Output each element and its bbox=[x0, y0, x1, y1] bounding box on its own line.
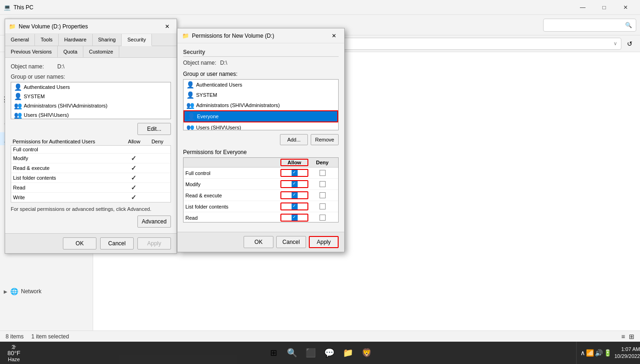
status-left: 8 items 1 item selected bbox=[6, 333, 69, 340]
readexecute-allow-checkbox[interactable] bbox=[292, 192, 298, 198]
properties-close-button[interactable]: ✕ bbox=[162, 21, 173, 32]
user-item-authenticated[interactable]: 👤 Authenticated Users bbox=[11, 82, 170, 92]
listfolder-deny-cb[interactable] bbox=[308, 203, 336, 209]
modify-allow-checkbox[interactable] bbox=[292, 181, 298, 187]
readexecute-deny-checkbox[interactable] bbox=[320, 192, 326, 198]
permissions-users-list[interactable]: 👤 Authenticated Users 👤 SYSTEM 👥 Adminis… bbox=[183, 79, 339, 130]
tab-customize[interactable]: Customize bbox=[83, 46, 119, 57]
tab-hardware[interactable]: Hardware bbox=[59, 34, 93, 46]
grid-view-icon[interactable]: ⊞ bbox=[629, 333, 634, 340]
tab-sharing[interactable]: Sharing bbox=[93, 34, 122, 46]
close-button[interactable]: ✕ bbox=[615, 0, 636, 15]
brave-button[interactable]: 🦁 bbox=[358, 344, 375, 361]
minimize-button[interactable]: — bbox=[572, 0, 593, 15]
modify-deny-cb[interactable] bbox=[308, 181, 336, 187]
tab-previous-versions[interactable]: Previous Versions bbox=[5, 46, 58, 57]
user-item-system[interactable]: 👤 SYSTEM bbox=[11, 92, 170, 101]
status-bar: 8 items 1 item selected ≡ ⊞ bbox=[0, 330, 640, 342]
perm-user-system[interactable]: 👤 SYSTEM bbox=[184, 90, 338, 100]
permissions-dialog-title: Permissions for New Volume (D:) bbox=[192, 33, 274, 39]
listfolder-deny-checkbox[interactable] bbox=[320, 203, 326, 209]
properties-tabs-2: Previous Versions Quota Customize bbox=[5, 46, 177, 58]
explorer-taskbar-button[interactable]: 📁 bbox=[340, 344, 356, 361]
fullcontrol-deny-cb[interactable] bbox=[308, 170, 336, 176]
item-count: 8 items bbox=[6, 333, 24, 340]
read-deny-checkbox[interactable] bbox=[320, 215, 326, 221]
weather-icon: 🌫 bbox=[11, 344, 16, 350]
search-taskbar-button[interactable]: 🔍 bbox=[284, 344, 300, 361]
perm-row-read: Read ✓ bbox=[11, 183, 170, 193]
tray-icons: ∧ 📶 🔊 🔋 bbox=[580, 349, 612, 357]
tab-security[interactable]: Security bbox=[122, 34, 152, 46]
modify-allow-cb[interactable] bbox=[280, 180, 308, 188]
weather-temp: 80°F bbox=[7, 350, 20, 357]
perm-row-listfolder: List folder contents ✓ bbox=[11, 173, 170, 183]
maximize-button[interactable]: □ bbox=[593, 0, 615, 15]
user-icon: 👥 bbox=[186, 101, 194, 109]
weather-widget[interactable]: 🌫 80°F Haze bbox=[4, 344, 24, 362]
perm-user-users[interactable]: 👥 Users (SHIV\Users) bbox=[184, 122, 338, 130]
tab-general[interactable]: General bbox=[5, 34, 35, 46]
users-list[interactable]: 👤 Authenticated Users 👤 SYSTEM 👥 Adminis… bbox=[11, 82, 171, 119]
search-box[interactable]: 🔍 bbox=[543, 19, 636, 32]
user-icon: 👤 bbox=[187, 113, 195, 120]
fullcontrol-allow-checkbox[interactable] bbox=[292, 170, 298, 176]
read-allow-checkbox[interactable] bbox=[292, 215, 298, 221]
big-perm-read: Read bbox=[184, 212, 338, 222]
fullcontrol-deny-checkbox[interactable] bbox=[320, 170, 326, 176]
modify-deny-checkbox[interactable] bbox=[320, 181, 326, 187]
battery-icon[interactable]: 🔋 bbox=[604, 349, 612, 357]
permissions-apply-button[interactable]: Apply bbox=[309, 236, 339, 248]
ok-button[interactable]: OK bbox=[63, 237, 96, 249]
volume-icon[interactable]: 🔊 bbox=[595, 349, 603, 357]
clock-time: 1:07 AM bbox=[621, 346, 640, 353]
perm-user-authenticated[interactable]: 👤 Authenticated Users bbox=[184, 80, 338, 90]
apply-button[interactable]: Apply bbox=[137, 237, 171, 249]
add-button[interactable]: Add... bbox=[280, 134, 308, 145]
title-bar: 💻 This PC — □ ✕ bbox=[0, 0, 640, 15]
clock[interactable]: 1:07 AM 10/29/2022 bbox=[614, 346, 640, 360]
permissions-title-bar: 📁 Permissions for New Volume (D:) ✕ bbox=[177, 28, 344, 43]
fullcontrol-allow-cb[interactable] bbox=[280, 169, 308, 177]
permissions-cancel-button[interactable]: Cancel bbox=[276, 236, 306, 248]
tab-quota[interactable]: Quota bbox=[58, 46, 83, 57]
taskbar: 🌫 80°F Haze ⊞ 🔍 ⬛ 💬 📁 🦁 ∧ 📶 🔊 🔋 1:07 AM … bbox=[0, 342, 640, 364]
user-icon: 👥 bbox=[14, 102, 22, 109]
user-icon: 👥 bbox=[186, 124, 194, 130]
readexecute-deny-cb[interactable] bbox=[308, 192, 336, 198]
listfolder-allow-cb[interactable] bbox=[280, 202, 308, 210]
remove-button[interactable]: Remove bbox=[311, 134, 339, 145]
user-item-admins[interactable]: 👥 Administrators (SHIV\Administrators) bbox=[11, 101, 170, 110]
read-deny-cb[interactable] bbox=[308, 215, 336, 221]
refresh-button[interactable]: ↺ bbox=[623, 37, 636, 50]
start-button[interactable]: ⊞ bbox=[265, 344, 282, 361]
sidebar-item-network[interactable]: ▶ 🌐 Network bbox=[0, 285, 93, 298]
read-allow-cb[interactable] bbox=[280, 214, 308, 222]
list-view-icon[interactable]: ≡ bbox=[621, 333, 625, 340]
user-icon: 👥 bbox=[14, 111, 22, 119]
allow-header: Allow bbox=[280, 159, 308, 166]
toolbar-right: 🔍 bbox=[543, 19, 636, 32]
perm-user-admins[interactable]: 👥 Administrators (SHIV\Administrators) bbox=[184, 100, 338, 110]
show-hidden-icon[interactable]: ∧ bbox=[580, 349, 585, 357]
cancel-button[interactable]: Cancel bbox=[100, 237, 134, 249]
network-icon: 🌐 bbox=[10, 288, 18, 295]
taskview-button[interactable]: ⬛ bbox=[302, 344, 319, 361]
permissions-ok-button[interactable]: OK bbox=[244, 236, 273, 248]
permissions-dialog: 📁 Permissions for New Volume (D:) ✕ Secu… bbox=[177, 28, 345, 252]
listfolder-allow-checkbox[interactable] bbox=[292, 203, 298, 209]
permissions-dialog-buttons: OK Cancel Apply bbox=[177, 232, 344, 252]
teams-button[interactable]: 💬 bbox=[321, 344, 338, 361]
edit-button[interactable]: Edit... bbox=[137, 123, 171, 135]
readexecute-allow-cb[interactable] bbox=[280, 191, 308, 199]
permissions-title-text: 📁 Permissions for New Volume (D:) bbox=[182, 33, 274, 39]
advanced-note: For special permissions or advanced sett… bbox=[11, 206, 171, 212]
clock-date: 10/29/2022 bbox=[614, 353, 640, 360]
perm-user-everyone[interactable]: 👤 Everyone bbox=[184, 110, 338, 122]
object-value: D:\ bbox=[57, 63, 64, 70]
user-item-users[interactable]: 👥 Users (SHIV\Users) bbox=[11, 110, 170, 119]
advanced-button[interactable]: Advanced bbox=[137, 216, 171, 228]
permissions-dialog-close-button[interactable]: ✕ bbox=[328, 30, 340, 41]
tab-tools[interactable]: Tools bbox=[35, 34, 59, 46]
wifi-icon[interactable]: 📶 bbox=[586, 349, 594, 357]
